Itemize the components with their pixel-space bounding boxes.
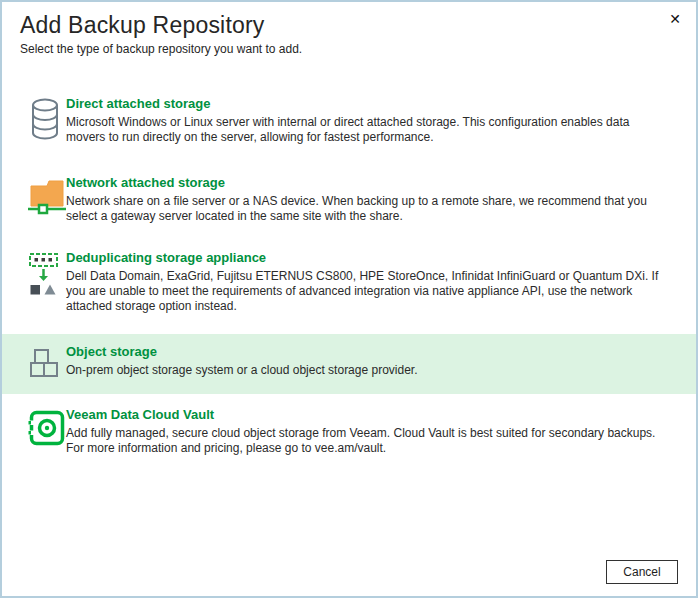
database-icon bbox=[28, 98, 66, 144]
close-icon[interactable]: ✕ bbox=[664, 8, 686, 30]
option-title: Object storage bbox=[66, 344, 418, 359]
option-title: Veeam Data Cloud Vault bbox=[66, 407, 670, 422]
option-deduplicating-storage-appliance[interactable]: Deduplicating storage appliance Dell Dat… bbox=[2, 250, 696, 314]
option-direct-attached-storage[interactable]: Direct attached storage Microsoft Window… bbox=[2, 96, 696, 145]
option-title: Network attached storage bbox=[66, 175, 670, 190]
object-storage-icon bbox=[28, 346, 66, 384]
add-backup-repository-dialog: ✕ Add Backup Repository Select the type … bbox=[0, 0, 698, 598]
page-title: Add Backup Repository bbox=[20, 12, 676, 39]
option-description: Microsoft Windows or Linux server with i… bbox=[66, 115, 670, 145]
option-network-attached-storage[interactable]: Network attached storage Network share o… bbox=[2, 175, 696, 224]
cancel-button[interactable]: Cancel bbox=[606, 560, 678, 584]
option-description: Dell Data Domain, ExaGrid, Fujitsu ETERN… bbox=[66, 269, 670, 314]
option-veeam-data-cloud-vault[interactable]: Veeam Data Cloud Vault Add fully managed… bbox=[2, 407, 696, 456]
option-description: Add fully managed, secure cloud object s… bbox=[66, 426, 670, 456]
option-title: Deduplicating storage appliance bbox=[66, 250, 670, 265]
repository-type-list: Direct attached storage Microsoft Window… bbox=[2, 96, 696, 456]
nas-folder-icon bbox=[28, 177, 66, 219]
vault-icon bbox=[28, 409, 66, 451]
option-object-storage[interactable]: Object storage On-prem object storage sy… bbox=[2, 334, 696, 394]
page-subtitle: Select the type of backup repository you… bbox=[20, 42, 676, 56]
option-description: Network share on a file server or a NAS … bbox=[66, 194, 670, 224]
dedupe-appliance-icon bbox=[28, 252, 66, 300]
dialog-header: Add Backup Repository Select the type of… bbox=[2, 2, 696, 56]
option-description: On-prem object storage system or a cloud… bbox=[66, 363, 418, 378]
option-title: Direct attached storage bbox=[66, 96, 670, 111]
